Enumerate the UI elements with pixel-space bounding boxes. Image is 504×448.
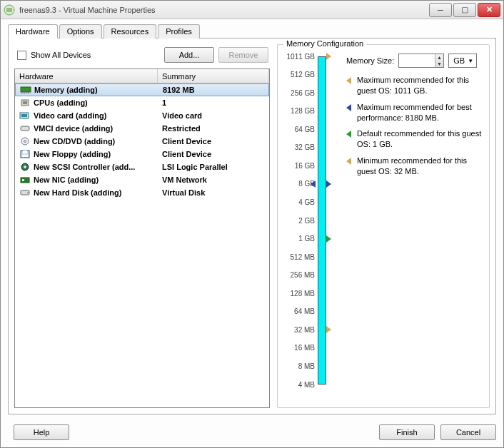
header-summary[interactable]: Summary (158, 69, 269, 83)
triangle-icon (346, 158, 351, 165)
memory-config-panel: Memory Configuration 1011 GB512 GB256 GB… (277, 44, 490, 408)
tab-hardware[interactable]: Hardware (8, 24, 58, 39)
ruler-tick-label: 512 MB (282, 253, 315, 261)
hardware-summary: Video card (162, 111, 202, 120)
hardware-name: New SCSI Controller (add... (34, 163, 135, 171)
svg-point-22 (27, 192, 29, 193)
ruler-tick-label: 128 MB (282, 290, 315, 297)
hardware-name: CPUs (adding) (34, 98, 88, 107)
table-row[interactable]: New CD/DVD (adding)Client Device (15, 135, 269, 148)
tab-profiles[interactable]: Profiles (158, 24, 200, 39)
memory-marker (326, 235, 331, 243)
table-row[interactable]: Video card (adding)Video card (15, 109, 269, 122)
svg-rect-2 (21, 87, 31, 92)
app-icon (4, 4, 15, 16)
triangle-icon (346, 104, 351, 111)
help-button[interactable]: Help (14, 424, 69, 440)
svg-rect-8 (23, 101, 27, 104)
ruler-tick-label: 128 GB (282, 107, 315, 115)
svg-point-18 (24, 166, 26, 168)
recommendation-text: Default recommended for this guest OS: 1… (357, 128, 483, 150)
table-row[interactable]: Memory (adding)8192 MB (15, 83, 269, 96)
hardware-summary: Virtual Disk (162, 188, 205, 197)
svg-rect-4 (24, 92, 25, 93)
window-controls: ─ ▢ ✕ (429, 3, 500, 17)
hardware-summary: Restricted (162, 124, 201, 133)
finish-button[interactable]: Finish (379, 424, 435, 440)
triangle-icon (346, 131, 351, 138)
ruler-tick-label: 256 GB (282, 89, 315, 97)
ruler-tick-label: 32 GB (282, 143, 315, 151)
svg-rect-19 (21, 178, 29, 183)
close-button[interactable]: ✕ (478, 3, 500, 17)
memory-ruler[interactable]: 1011 GB512 GB256 GB128 GB64 GB32 GB16 GB… (282, 52, 339, 387)
hardware-name: Video card (adding) (34, 111, 106, 120)
memory-marker (326, 53, 331, 60)
hardware-summary: Client Device (162, 137, 211, 146)
svg-rect-20 (22, 179, 24, 181)
memory-marker (326, 180, 331, 188)
recommendation-item: Default recommended for this guest OS: 1… (346, 128, 483, 150)
memory-group-title: Memory Configuration (283, 39, 366, 48)
minimize-button[interactable]: ─ (429, 3, 452, 17)
hardware-summary: VM Network (162, 175, 207, 184)
titlebar: freenas9.3 - Virtual Machine Properties … (1, 1, 503, 19)
hardware-name: Memory (adding) (34, 86, 98, 94)
table-row[interactable]: New NIC (adding)VM Network (15, 173, 269, 186)
hardware-name: New NIC (adding) (34, 175, 99, 184)
memory-size-field[interactable] (399, 56, 434, 65)
hardware-name: New CD/DVD (adding) (34, 137, 115, 146)
header-hardware[interactable]: Hardware (15, 69, 158, 83)
memory-unit-select[interactable]: GB ▼ (448, 54, 477, 68)
remove-button[interactable]: Remove (218, 47, 268, 63)
tab-options[interactable]: Options (59, 24, 102, 39)
svg-rect-10 (21, 114, 27, 117)
table-row[interactable]: VMCI device (adding)Restricted (15, 122, 269, 135)
memory-groupbox: Memory Configuration 1011 GB512 GB256 GB… (277, 44, 490, 408)
tab-bar: HardwareOptionsResourcesProfiles (1, 19, 503, 38)
memory-marker (326, 326, 331, 333)
hardware-summary: LSI Logic Parallel (162, 163, 228, 171)
hardware-name: New Hard Disk (adding) (34, 188, 121, 197)
table-row[interactable]: CPUs (adding)1 (15, 96, 269, 109)
hardware-name: New Floppy (adding) (34, 150, 111, 158)
memory-size-spinner[interactable]: ▲▼ (435, 54, 444, 67)
recommendation-item: Maximum recommended for this guest OS: 1… (346, 75, 483, 96)
memory-size-input[interactable]: ▲▼ (398, 54, 444, 68)
window-title: freenas9.3 - Virtual Machine Properties (19, 6, 429, 14)
ruler-tick-label: 1011 GB (282, 53, 315, 61)
recommendation-text: Maximum recommended for this guest OS: 1… (357, 75, 483, 96)
svg-rect-16 (22, 155, 28, 157)
svg-rect-1 (6, 8, 12, 12)
table-row[interactable]: New SCSI Controller (add...LSI Logic Par… (15, 161, 269, 173)
table-row[interactable]: New Hard Disk (adding)Virtual Disk (15, 186, 269, 199)
svg-rect-5 (26, 92, 27, 93)
tab-content-hardware: Show All Devices Add... Remove Hardware … (8, 38, 496, 414)
ruler-tick-label: 2 GB (282, 217, 315, 225)
recommendation-text: Maximum recommended for best performance… (357, 102, 483, 123)
recommendation-text: Minimum recommended for this guest OS: 3… (357, 156, 483, 177)
memory-unit-value: GB (453, 56, 465, 65)
hardware-rows: Memory (adding)8192 MBCPUs (adding)1Vide… (15, 83, 269, 407)
svg-rect-6 (28, 92, 29, 93)
tab-resources[interactable]: Resources (104, 24, 157, 39)
recommendation-item: Maximum recommended for best performance… (346, 102, 483, 123)
vm-properties-window: freenas9.3 - Virtual Machine Properties … (0, 0, 504, 448)
ruler-tick-label: 32 MB (282, 326, 315, 334)
svg-rect-15 (23, 151, 27, 153)
table-row[interactable]: New Floppy (adding)Client Device (15, 148, 269, 161)
show-all-devices-label: Show All Devices (31, 51, 91, 59)
cpu-icon (19, 98, 31, 108)
svg-rect-11 (21, 126, 29, 131)
vmci-icon (19, 123, 31, 133)
chevron-down-icon: ▼ (468, 58, 473, 64)
add-button[interactable]: Add... (164, 47, 214, 63)
maximize-button[interactable]: ▢ (453, 3, 476, 17)
memory-recommendations: Maximum recommended for this guest OS: 1… (346, 75, 483, 177)
disk-icon (19, 188, 31, 198)
show-all-devices-checkbox[interactable] (17, 51, 26, 60)
ruler-tick-label: 64 GB (282, 126, 315, 133)
svg-rect-3 (21, 92, 23, 93)
cancel-button[interactable]: Cancel (440, 424, 496, 440)
floppy-icon (19, 149, 31, 159)
